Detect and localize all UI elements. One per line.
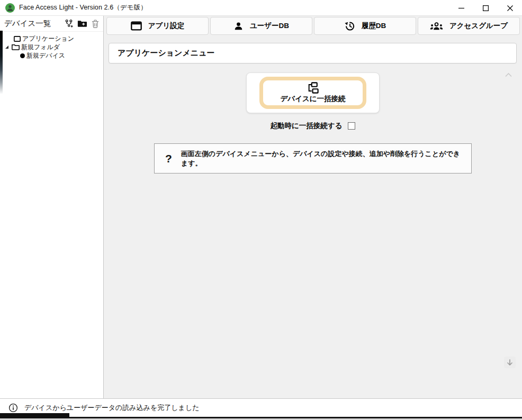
history-clock-icon [344,21,355,32]
window-title: Face Access Light - Version 2.6（デモ版） [19,3,147,12]
minimize-button[interactable] [449,0,473,16]
user-icon [233,21,244,31]
tree-item-label: 新規フォルダ [21,43,60,52]
device-dot-icon [20,53,25,58]
taskbar-fragment-left [0,413,69,418]
window-controls [449,0,522,16]
sidebar-header: デバイス一覧 [0,16,103,32]
app-window: Face Access Light - Version 2.6（デモ版） デバイ… [0,0,522,420]
info-icon [8,403,18,413]
question-mark-icon: ? [165,152,172,165]
connect-button-label: デバイスに一括接続 [280,94,345,104]
help-text: 画面左側のデバイスメニューから、デバイスの設定や接続、追加や削除を行うことができ… [181,149,461,168]
tab-app-settings[interactable]: アプリ設定 [106,17,209,35]
application-menu-header: アプリケーションメニュー [109,43,517,63]
tab-label: ユーザーDB [250,21,289,31]
tab-bar: アプリ設定 ユーザーDB 履歴DB [104,16,522,36]
background-window-sliver [0,31,3,94]
folder-icon [12,44,20,50]
maximize-button[interactable] [473,0,498,16]
close-button[interactable] [498,0,522,16]
add-device-connection-icon[interactable] [64,19,74,29]
expander-icon[interactable] [4,44,10,50]
tab-label: 履歴DB [362,21,386,31]
tab-history-db[interactable]: 履歴DB [314,17,416,35]
device-tree: アプリケーション 新規フォルダ 新規デバイス [0,32,103,60]
status-bar: デバイスからユーザーデータの読み込みを完了しました [0,398,522,416]
help-message-box: ? 画面左側のデバイスメニューから、デバイスの設定や接続、追加や削除を行うことが… [154,143,472,174]
tree-item-label: アプリケーション [22,34,74,43]
delete-icon[interactable] [91,19,100,29]
app-window-icon [131,21,142,31]
startup-option-row: 起動時に一括接続する [104,121,522,131]
startup-checkbox[interactable] [348,122,355,130]
status-message: デバイスからユーザーデータの読み込みを完了しました [24,403,199,413]
tab-user-db[interactable]: ユーザーDB [210,17,312,35]
people-group-icon [430,21,443,31]
sidebar-toolbar [64,19,100,29]
tree-item-new-device[interactable]: 新規デバイス [0,51,103,60]
connect-all-devices-button[interactable]: デバイスに一括接続 [246,72,380,113]
tab-access-groups[interactable]: アクセスグループ [418,17,520,35]
titlebar: Face Access Light - Version 2.6（デモ版） [0,0,522,16]
startup-checkbox-label: 起動時に一括接続する [271,121,343,131]
tab-label: アクセスグループ [449,21,508,31]
add-folder-icon[interactable] [77,19,87,29]
tree-item-new-folder[interactable]: 新規フォルダ [0,43,103,51]
tree-item-application[interactable]: アプリケーション [0,34,103,43]
scroll-down-hint-icon[interactable] [504,357,516,368]
main-content: アプリ設定 ユーザーDB 履歴DB [104,16,522,398]
connect-button-inner: デバイスに一括接続 [259,77,366,109]
scroll-up-hint-icon[interactable] [505,72,512,77]
network-devices-icon [307,82,319,94]
app-window-icon [14,36,21,42]
device-sidebar: デバイス一覧 [0,16,104,398]
tree-item-label: 新規デバイス [26,51,65,60]
page-title: アプリケーションメニュー [118,48,215,58]
app-logo-icon [5,3,15,13]
tab-label: アプリ設定 [148,21,184,31]
sidebar-title: デバイス一覧 [4,19,64,29]
